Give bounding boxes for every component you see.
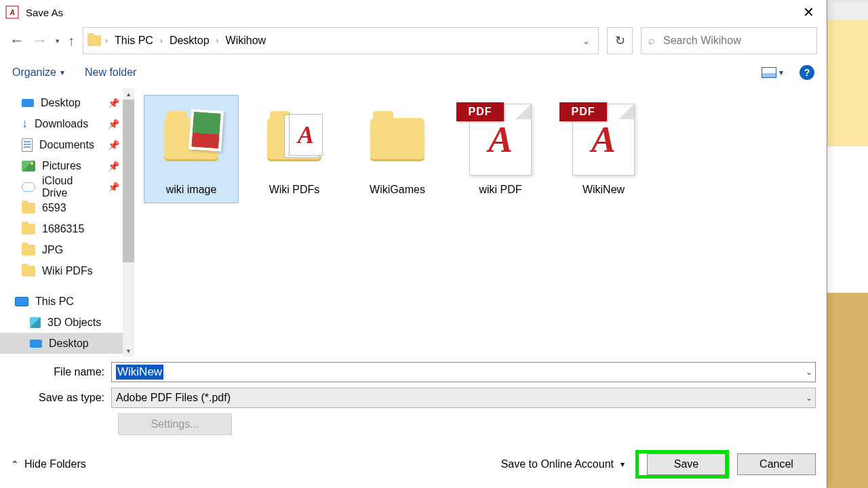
- chevron-right-icon: ›: [216, 36, 219, 45]
- savetype-label: Save as type:: [11, 392, 111, 404]
- tree-item-label: 6593: [42, 202, 66, 214]
- view-icon: [762, 67, 776, 78]
- savetype-select[interactable]: Adobe PDF Files (*.pdf) ⌄: [111, 388, 816, 408]
- folder-icon: [164, 118, 218, 161]
- organize-button[interactable]: Organize ▾: [12, 66, 64, 79]
- tree-item-documents[interactable]: Documents📌: [0, 134, 134, 155]
- breadcrumb-dropdown-icon[interactable]: ⌄: [578, 36, 594, 46]
- folder-icon: [22, 224, 35, 235]
- tree-item-label: Documents: [39, 139, 94, 151]
- file-item-label: WikiGames: [352, 184, 443, 196]
- tree-item-3d-objects[interactable]: 3D Objects: [0, 312, 134, 333]
- middle-pane: Desktop📌↓Downloads📌Documents📌Pictures📌iC…: [0, 88, 827, 357]
- tree-item-label: Wiki PDFs: [42, 265, 93, 277]
- savetype-row: Save as type: Adobe PDF Files (*.pdf) ⌄: [11, 388, 816, 408]
- view-mode-button[interactable]: ▾: [762, 67, 783, 78]
- save-online-button[interactable]: Save to Online Account ▾: [501, 458, 625, 470]
- nav-row: ← → ▾ ↑ › This PC › Desktop › Wikihow ⌄ …: [0, 24, 827, 57]
- tree-item-jpg[interactable]: JPG: [0, 239, 134, 260]
- tree-item-this-pc[interactable]: This PC: [0, 291, 134, 312]
- tree-item-label: iCloud Drive: [42, 175, 101, 199]
- pdf-icon: APDF: [463, 102, 538, 177]
- tree-item-label: 3D Objects: [47, 317, 101, 329]
- tree-item-desktop[interactable]: Desktop: [0, 333, 134, 354]
- save-button[interactable]: Save: [647, 453, 726, 475]
- folder-icon: [22, 245, 35, 256]
- cancel-button[interactable]: Cancel: [737, 453, 816, 475]
- up-icon[interactable]: ↑: [68, 33, 75, 49]
- hide-folders-button[interactable]: ⌃ Hide Folders: [11, 458, 86, 470]
- chevron-right-icon: ›: [160, 36, 163, 45]
- folder-icon: [22, 203, 35, 214]
- tree-item-documents[interactable]: Documents: [0, 354, 134, 357]
- breadcrumb-leaf[interactable]: Wikihow: [223, 33, 269, 48]
- tree-item-icloud-drive[interactable]: iCloud Drive📌: [0, 176, 134, 197]
- form-area: File name: WikiNew ⌄ Save as type: Adobe…: [0, 357, 827, 445]
- file-item-wiki-pdf[interactable]: APDFwiki PDF: [453, 95, 548, 203]
- organize-label: Organize: [12, 66, 56, 79]
- filename-value: WikiNew: [116, 365, 163, 380]
- tree-item-1686315[interactable]: 1686315: [0, 218, 134, 239]
- folder-tree: Desktop📌↓Downloads📌Documents📌Pictures📌iC…: [0, 88, 134, 357]
- pin-icon: 📌: [108, 161, 119, 171]
- save-highlight: Save: [635, 450, 729, 479]
- cube-icon: [30, 317, 41, 328]
- folder-icon: [370, 118, 425, 161]
- tree-item-pictures[interactable]: Pictures📌: [0, 155, 134, 176]
- tree-item-label: This PC: [35, 296, 74, 308]
- breadcrumb-mid[interactable]: Desktop: [167, 33, 212, 48]
- file-item-wikinew[interactable]: APDFWikiNew: [556, 95, 651, 203]
- breadcrumb-bar[interactable]: › This PC › Desktop › Wikihow ⌄: [83, 27, 599, 54]
- tree-item-desktop[interactable]: Desktop📌: [0, 92, 134, 113]
- chevron-right-icon: ›: [105, 36, 108, 45]
- tree-item-downloads[interactable]: ↓Downloads📌: [0, 113, 134, 134]
- titlebar: A Save As ✕: [0, 0, 827, 24]
- settings-button: Settings...: [118, 413, 232, 435]
- tree-item-6593[interactable]: 6593: [0, 197, 134, 218]
- savetype-value: Adobe PDF Files (*.pdf): [116, 392, 231, 404]
- pdf-app-icon: A: [5, 5, 19, 19]
- pin-icon: 📌: [108, 140, 119, 150]
- filename-row: File name: WikiNew ⌄: [11, 362, 816, 382]
- pin-icon: 📌: [108, 182, 119, 192]
- filename-label: File name:: [11, 366, 111, 378]
- chevron-down-icon[interactable]: ⌄: [806, 393, 812, 403]
- refresh-button[interactable]: ↻: [607, 27, 633, 54]
- scroll-down-icon[interactable]: ▾: [123, 345, 134, 357]
- tree-item-label: Desktop: [41, 97, 81, 109]
- new-folder-button[interactable]: New folder: [85, 66, 136, 79]
- monitor-icon: [15, 297, 28, 306]
- history-dropdown-icon[interactable]: ▾: [56, 37, 60, 45]
- new-folder-label: New folder: [85, 66, 136, 79]
- forward-icon: →: [33, 32, 47, 49]
- back-icon[interactable]: ←: [9, 32, 24, 49]
- file-item-label: Wiki PDFs: [249, 184, 340, 196]
- scroll-up-icon[interactable]: ▴: [123, 88, 134, 100]
- tree-scrollbar[interactable]: ▴ ▾: [123, 88, 134, 357]
- chevron-down-icon: ▾: [620, 460, 625, 469]
- breadcrumb-root[interactable]: This PC: [112, 33, 156, 48]
- scroll-thumb[interactable]: [123, 100, 134, 262]
- search-icon: ⌕: [648, 35, 655, 47]
- filename-input[interactable]: WikiNew ⌄: [111, 362, 816, 382]
- monitor-sm-icon: [22, 99, 34, 107]
- file-item-wiki-image[interactable]: wiki image: [144, 95, 239, 203]
- monitor-sm-icon: [30, 340, 42, 348]
- tree-item-wiki-pdfs[interactable]: Wiki PDFs: [0, 260, 134, 281]
- chevron-down-icon[interactable]: ⌄: [806, 367, 812, 377]
- dialog-title: Save As: [26, 7, 796, 18]
- file-item-wikigames[interactable]: WikiGames: [350, 95, 445, 203]
- file-item-wiki-pdfs[interactable]: AWiki PDFs: [247, 95, 342, 203]
- search-input[interactable]: [662, 34, 810, 47]
- file-item-label: WikiNew: [558, 184, 649, 196]
- help-button[interactable]: ?: [800, 65, 814, 80]
- search-box[interactable]: ⌕: [641, 27, 817, 54]
- download-icon: ↓: [22, 119, 28, 129]
- tree-item-label: 1686315: [42, 223, 84, 235]
- pdf-badge: PDF: [456, 102, 504, 121]
- folder-icon: [22, 266, 35, 277]
- close-icon[interactable]: ✕: [796, 3, 821, 22]
- file-view[interactable]: wiki imageAWiki PDFsWikiGamesAPDFwiki PD…: [134, 88, 827, 357]
- doc-icon: [22, 138, 33, 152]
- toolbar: Organize ▾ New folder ▾ ?: [0, 57, 827, 88]
